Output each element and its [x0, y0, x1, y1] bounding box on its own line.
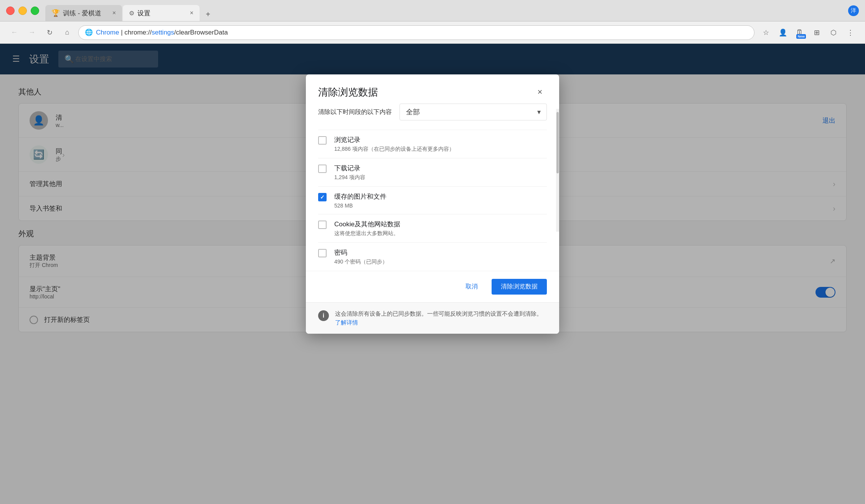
cancel-button[interactable]: 取消: [456, 279, 487, 295]
extension4-button[interactable]: ⬡: [827, 26, 840, 40]
tab-training-emoji: 🏆: [51, 9, 60, 17]
chrome-background: ☰ 设置 🔍 其他人 👤 清 w... 退出 🔄: [0, 44, 865, 504]
extension3-icon: ⊞: [814, 28, 820, 37]
back-button[interactable]: ←: [8, 26, 21, 39]
bookmark-button[interactable]: ☆: [759, 26, 773, 40]
new-badge: New: [796, 34, 806, 39]
passwords-sublabel: 490 个密码（已同步）: [334, 259, 388, 265]
tab-training-close[interactable]: ×: [112, 10, 116, 16]
checkmark-icon: ✓: [320, 194, 325, 200]
cached-images-text: 缓存的图片和文件 528 MB: [334, 192, 386, 209]
address-favicon: 🌐: [85, 28, 93, 36]
home-button[interactable]: ⌂: [61, 26, 74, 39]
dialog-header: 清除浏览数据 ×: [306, 74, 559, 104]
cookies-checkbox[interactable]: [318, 221, 327, 229]
time-range-label: 清除以下时间段的以下内容: [318, 108, 392, 116]
vertical-dots-button[interactable]: ⋮: [844, 26, 857, 40]
title-bar: 🏆 训练 - 爱棋道 × ⚙ 设置 × + 洋: [0, 0, 865, 21]
tabs-area: 🏆 训练 - 爱棋道 × ⚙ 设置 × +: [45, 0, 848, 21]
address-settings: settings: [152, 29, 174, 36]
passwords-text: 密码 490 个密码（已同步）: [334, 248, 388, 265]
download-history-sublabel: 1,294 项内容: [334, 174, 365, 181]
dialog-close-button[interactable]: ×: [533, 85, 547, 99]
checkbox-cached-images: ✓ 缓存的图片和文件 528 MB: [318, 186, 547, 214]
cookies-text: Cookie及其他网站数据 这将使您退出大多数网站。: [334, 220, 400, 237]
info-icon: i: [318, 310, 329, 321]
checkbox-passwords: 密码 490 个密码（已同步）: [318, 242, 547, 271]
extension3-button[interactable]: ⊞: [810, 26, 824, 40]
dialog-overlay: 清除浏览数据 × 清除以下时间段的以下内容 全部 ▾: [0, 44, 865, 504]
learn-more-link[interactable]: 了解详情: [335, 319, 358, 326]
nav-bar: ← → ↻ ⌂ 🌐 Chrome | chrome://settings/cle…: [0, 21, 865, 44]
time-range-row: 清除以下时间段的以下内容 全部 ▾: [318, 104, 547, 120]
address-text: Chrome | chrome://settings/clearBrowserD…: [96, 29, 228, 36]
tab-settings-icon: ⚙: [129, 10, 134, 17]
browsing-history-text: 浏览记录 12,886 项内容（在已同步的设备上还有更多内容）: [334, 135, 454, 153]
info-text: 这会清除所有设备上的已同步数据。一些可能反映浏览习惯的设置不会遭到清除。 了解详…: [335, 310, 547, 327]
tab-settings-close[interactable]: ×: [190, 10, 193, 16]
dialog-footer: 取消 清除浏览数据: [306, 271, 559, 302]
address-separator: | chrome://: [121, 29, 152, 36]
clear-data-button[interactable]: 清除浏览数据: [492, 279, 547, 295]
address-bar[interactable]: 🌐 Chrome | chrome://settings/clearBrowse…: [78, 25, 754, 40]
address-path: /clearBrowserData: [174, 29, 228, 36]
dialog-info-footer: i 这会清除所有设备上的已同步数据。一些可能反映浏览习惯的设置不会遭到清除。 了…: [306, 302, 559, 334]
dialog-scroll-thumb: [556, 112, 559, 173]
refresh-icon: ↻: [47, 28, 53, 37]
refresh-button[interactable]: ↻: [43, 26, 56, 39]
checkbox-cookies: Cookie及其他网站数据 这将使您退出大多数网站。: [318, 214, 547, 242]
time-range-select-wrapper: 全部 ▾: [399, 104, 547, 120]
time-range-value: 全部: [406, 107, 420, 117]
extension2-button[interactable]: 🗓 New: [793, 26, 807, 40]
tab-settings-label: 设置: [137, 9, 150, 18]
dialog-scrollbar[interactable]: [556, 109, 559, 232]
nav-right-icons: ☆ 👤 🗓 New ⊞ ⬡ ⋮: [759, 26, 857, 40]
clear-browser-data-dialog: 清除浏览数据 × 清除以下时间段的以下内容 全部 ▾: [306, 74, 559, 334]
new-tab-button[interactable]: +: [200, 7, 216, 21]
cookies-label: Cookie及其他网站数据: [334, 220, 400, 229]
tab-training-label: 训练 - 爱棋道: [63, 9, 101, 18]
address-domain: Chrome: [96, 29, 119, 36]
select-chevron-icon: ▾: [537, 108, 541, 116]
home-icon: ⌂: [65, 28, 69, 36]
checkbox-download-history: 下载记录 1,294 项内容: [318, 158, 547, 186]
tab-settings[interactable]: ⚙ 设置 ×: [123, 5, 200, 21]
time-range-select[interactable]: 全部: [399, 104, 547, 120]
extension4-icon: ⬡: [830, 28, 837, 37]
download-history-label: 下载记录: [334, 164, 365, 173]
cached-images-sublabel: 528 MB: [334, 203, 386, 209]
maximize-button[interactable]: [31, 7, 39, 15]
back-icon: ←: [11, 28, 18, 36]
browsing-history-checkbox[interactable]: [318, 136, 327, 145]
traffic-lights: [6, 7, 39, 15]
vertical-dots-icon: ⋮: [847, 28, 854, 37]
tab-training[interactable]: 🏆 训练 - 爱棋道 ×: [45, 5, 122, 21]
user-avatar-top-right[interactable]: 洋: [848, 5, 859, 16]
extension1-button[interactable]: 👤: [776, 26, 790, 40]
cached-images-label: 缓存的图片和文件: [334, 192, 386, 201]
passwords-checkbox[interactable]: [318, 249, 327, 257]
forward-icon: →: [28, 28, 35, 36]
info-text-content: 这会清除所有设备上的已同步数据。一些可能反映浏览习惯的设置不会遭到清除。: [335, 310, 542, 317]
minimize-button[interactable]: [18, 7, 27, 15]
checkbox-browsing-history: 浏览记录 12,886 项内容（在已同步的设备上还有更多内容）: [318, 130, 547, 158]
browsing-history-sublabel: 12,886 项内容（在已同步的设备上还有更多内容）: [334, 146, 454, 153]
download-history-checkbox[interactable]: [318, 165, 327, 173]
close-button[interactable]: [6, 7, 15, 15]
dialog-title: 清除浏览数据: [318, 86, 378, 99]
passwords-label: 密码: [334, 248, 388, 257]
cookies-sublabel: 这将使您退出大多数网站。: [334, 230, 400, 237]
browsing-history-label: 浏览记录: [334, 135, 454, 144]
download-history-text: 下载记录 1,294 项内容: [334, 164, 365, 181]
bookmark-icon: ☆: [763, 28, 769, 37]
forward-button[interactable]: →: [25, 26, 38, 39]
extension1-icon: 👤: [779, 28, 787, 37]
cached-images-checkbox[interactable]: ✓: [318, 193, 327, 201]
dialog-body: 清除以下时间段的以下内容 全部 ▾ 浏览记录 12,886 项内容（在已同步的设…: [306, 104, 559, 271]
